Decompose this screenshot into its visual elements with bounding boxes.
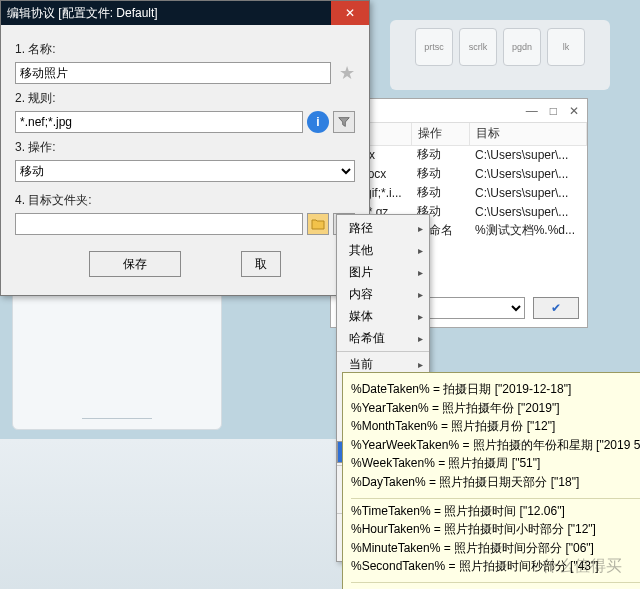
maximize-icon[interactable]: □ [550, 104, 557, 118]
save-button[interactable]: 保存 [89, 251, 181, 277]
titlebar[interactable]: 编辑协议 [配置文件: Default] ✕ [1, 1, 369, 25]
tooltip-line: %WeekTaken% = 照片拍摄周 ["51"] [351, 454, 640, 473]
menu-item[interactable]: 媒体 [337, 305, 429, 327]
tooltip-line: %TimeTaken% = 照片拍摄时间 ["12.06"] [351, 502, 640, 521]
folder-icon[interactable] [307, 213, 329, 235]
col-target[interactable]: 目标 [469, 123, 587, 145]
key: prtsc [415, 28, 453, 66]
key: scrlk [459, 28, 497, 66]
action-select[interactable]: 移动 [15, 160, 355, 182]
tooltip-line: %MinuteTaken% = 照片拍摄时间分部分 ["06"] [351, 539, 640, 558]
target-label: 4. 目标文件夹: [15, 192, 355, 209]
name-input[interactable] [15, 62, 331, 84]
cancel-button[interactable]: 取 [241, 251, 281, 277]
edit-protocol-dialog: 编辑协议 [配置文件: Default] ✕ 1. 名称: ★ 2. 规则: i… [0, 0, 370, 296]
rule-label: 2. 规则: [15, 90, 355, 107]
tooltip-line: %HourTaken% = 照片拍摄时间小时部分 ["12"] [351, 520, 640, 539]
tooltip-line: %DateTaken% = 拍摄日期 ["2019-12-18"] [351, 380, 640, 399]
watermark: 什么值得买 [542, 556, 622, 577]
confirm-button[interactable]: ✔ [533, 297, 579, 319]
menu-item[interactable]: 哈希值 [337, 327, 429, 349]
key: pgdn [503, 28, 541, 66]
close-icon[interactable]: ✕ [569, 104, 579, 118]
tooltip-line: %YearWeekTaken% = 照片拍摄的年份和星期 ["2019 51"] [351, 436, 640, 455]
menu-item[interactable]: 内容 [337, 283, 429, 305]
col-action[interactable]: 操作 [411, 123, 469, 145]
trackpad-prop [12, 280, 222, 430]
minimize-icon[interactable]: — [526, 104, 538, 118]
rule-input[interactable] [15, 111, 303, 133]
tooltip-line: %DayTaken% = 照片拍摄日期天部分 ["18"] [351, 473, 640, 492]
keyboard-prop: prtsc scrlk pgdn lk [390, 20, 610, 90]
filter-icon[interactable] [333, 111, 355, 133]
dialog-title: 编辑协议 [配置文件: Default] [7, 5, 331, 22]
key: lk [547, 28, 585, 66]
menu-item[interactable]: 图片 [337, 261, 429, 283]
menu-item[interactable]: 其他 [337, 239, 429, 261]
menu-item[interactable]: 路径 [337, 217, 429, 239]
tooltip-line: %MonthTaken% = 照片拍摄月份 ["12"] [351, 417, 640, 436]
favorite-icon[interactable]: ★ [339, 62, 355, 84]
tooltip-line: %YearTaken% = 照片拍摄年份 ["2019"] [351, 399, 640, 418]
name-label: 1. 名称: [15, 41, 355, 58]
close-button[interactable]: ✕ [331, 1, 369, 25]
target-input[interactable] [15, 213, 303, 235]
info-icon[interactable]: i [307, 111, 329, 133]
action-label: 3. 操作: [15, 139, 355, 156]
